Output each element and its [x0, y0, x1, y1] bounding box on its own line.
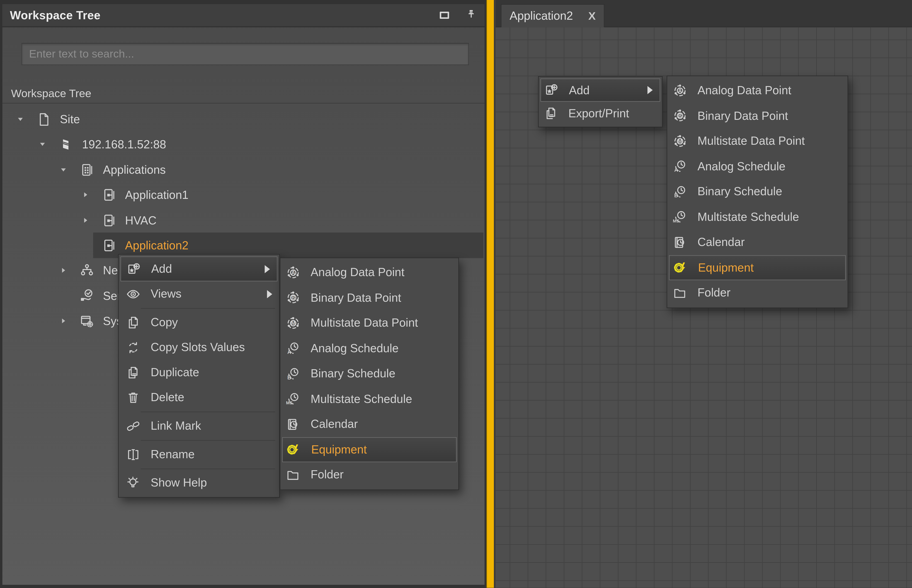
canvas-add-submenu-item-analog-schedule[interactable]: AAnalog Schedule — [667, 154, 848, 179]
tree-item-label: Application2 — [125, 239, 189, 252]
pin-icon[interactable] — [464, 8, 479, 23]
menu-item-label: Multistate Schedule — [697, 210, 842, 224]
tree-add-submenu-item-analog-schedule[interactable]: AAnalog Schedule — [280, 336, 458, 361]
copy-slots-values-icon — [126, 340, 141, 355]
binary-data-point-icon: B — [285, 290, 301, 305]
collapsed-arrow-icon[interactable] — [59, 267, 68, 275]
collapsed-arrow-icon[interactable] — [59, 317, 68, 325]
tree-section-label: Workspace Tree — [11, 87, 91, 100]
expanded-arrow-icon[interactable] — [59, 166, 68, 174]
binary-data-point-icon: B — [672, 108, 688, 123]
tree-item-hvac[interactable]: HVAC — [3, 207, 483, 233]
tab-close-icon[interactable]: X — [588, 10, 596, 22]
analog-schedule-icon: A — [285, 341, 301, 356]
application-icon — [101, 212, 117, 228]
menu-item-label: Folder — [311, 468, 453, 481]
tree-add-submenu-item-binary-data-point[interactable]: BBinary Data Point — [280, 285, 458, 310]
tree-context-menu: AddViewsCopyCopy Slots ValuesDuplicateDe… — [118, 254, 280, 498]
menu-item-label: Show Help — [151, 476, 274, 489]
tree-add-submenu: AAnalog Data Point BBinary Data Point MM… — [280, 257, 459, 490]
menu-separator — [119, 438, 279, 442]
menu-item-label: Copy Slots Values — [151, 341, 274, 354]
tree-item-site[interactable]: Site — [3, 107, 483, 132]
canvas-menu-item-add[interactable]: Add — [540, 79, 660, 102]
collapsed-arrow-icon[interactable] — [81, 216, 89, 225]
menu-item-label: Copy — [151, 316, 274, 329]
canvas-add-submenu-item-analog-data-point[interactable]: AAnalog Data Point — [667, 78, 848, 103]
analog-data-point-icon: A — [285, 265, 301, 280]
tree-menu-item-rename[interactable]: Rename — [119, 442, 279, 467]
tree-menu-item-show-help[interactable]: Show Help — [119, 470, 279, 495]
submenu-arrow-icon — [264, 264, 271, 274]
tree-add-submenu-item-multistate-schedule[interactable]: MSMultistate Schedule — [280, 386, 458, 412]
tree-add-submenu-item-analog-data-point[interactable]: AAnalog Data Point — [280, 260, 458, 285]
multistate-schedule-icon: MS — [672, 210, 688, 225]
canvas-add-submenu-item-calendar[interactable]: Calendar — [667, 230, 848, 255]
menu-item-label: Binary Data Point — [697, 109, 842, 123]
menu-item-label: Delete — [151, 391, 274, 404]
menu-item-label: Link Mark — [151, 419, 274, 433]
canvas-add-submenu-item-equipment[interactable]: Equipment — [669, 255, 846, 280]
tree-menu-item-duplicate[interactable]: Duplicate — [119, 360, 279, 385]
show-help-icon — [126, 475, 141, 490]
canvas-add-submenu: AAnalog Data Point BBinary Data Point MM… — [667, 76, 848, 308]
tab-application2[interactable]: Application2 X — [501, 4, 604, 27]
search-input[interactable] — [21, 43, 469, 65]
collapsed-arrow-icon[interactable] — [81, 191, 89, 199]
tree-item-application1[interactable]: Application1 — [3, 182, 483, 207]
tree-add-submenu-item-folder[interactable]: Folder — [280, 462, 458, 488]
tree-menu-item-copy-slots-values[interactable]: Copy Slots Values — [119, 335, 279, 360]
duplicate-icon — [126, 365, 141, 380]
tree-add-submenu-item-binary-schedule[interactable]: BBinary Schedule — [280, 361, 458, 386]
panel-splitter[interactable] — [486, 0, 496, 588]
menu-item-label: Views — [151, 287, 261, 300]
menu-separator — [119, 410, 279, 414]
menu-item-label: Binary Schedule — [311, 367, 453, 380]
svg-text:MS: MS — [286, 401, 293, 405]
window-restore-icon[interactable] — [437, 8, 452, 23]
binary-schedule-icon: B — [672, 184, 688, 199]
views-icon — [126, 286, 141, 302]
menu-item-label: Equipment — [698, 261, 839, 274]
canvas-add-submenu-item-binary-schedule[interactable]: BBinary Schedule — [667, 179, 848, 205]
divider — [2, 103, 484, 103]
menu-item-label: Analog Data Point — [311, 266, 453, 279]
submenu-arrow-icon — [646, 86, 654, 95]
application-icon — [101, 187, 117, 202]
tree-menu-item-views[interactable]: Views — [119, 281, 279, 306]
tree-add-submenu-item-calendar[interactable]: Calendar — [280, 412, 458, 437]
tree-item-192-168-1-52-88[interactable]: 192.168.1.52:88 — [3, 131, 483, 157]
tree-item-applications[interactable]: Applications — [3, 157, 483, 183]
tree-add-submenu-item-equipment[interactable]: Equipment — [282, 437, 457, 462]
tree-add-submenu-item-multistate-data-point[interactable]: MMultistate Data Point — [280, 310, 458, 336]
tree-menu-item-copy[interactable]: Copy — [119, 310, 279, 335]
menu-item-label: Folder — [697, 286, 842, 299]
canvas-add-submenu-item-multistate-data-point[interactable]: MMultistate Data Point — [667, 128, 848, 154]
analog-schedule-icon: A — [672, 159, 688, 174]
tree-menu-item-add[interactable]: Add — [120, 257, 277, 281]
tree-item-label: 192.168.1.52:88 — [82, 137, 166, 151]
canvas-add-submenu-item-multistate-schedule[interactable]: MSMultistate Schedule — [667, 204, 848, 230]
expanded-arrow-icon[interactable] — [16, 115, 24, 123]
tree-item-label: Applications — [103, 163, 166, 176]
canvas-menu-item-export-print[interactable]: Export/Print — [539, 102, 662, 125]
workspace-tree-panel-header: Workspace Tree — [2, 4, 484, 27]
analog-data-point-icon: A — [672, 83, 688, 98]
expanded-arrow-icon[interactable] — [38, 140, 47, 149]
equipment-icon — [286, 442, 301, 457]
application-window: Workspace Tree Workspace Tree Site192.16… — [0, 0, 912, 588]
equipment-icon — [673, 260, 688, 275]
svg-text:A: A — [674, 167, 678, 173]
menu-item-label: Equipment — [311, 443, 450, 456]
canvas-add-submenu-item-binary-data-point[interactable]: BBinary Data Point — [667, 103, 848, 129]
tree-item-label: Application1 — [125, 188, 189, 201]
tree-item-label: HVAC — [125, 213, 157, 227]
menu-item-label: Binary Data Point — [311, 291, 453, 304]
svg-text:A: A — [291, 270, 295, 275]
tree-menu-item-delete[interactable]: Delete — [119, 385, 279, 410]
svg-text:B: B — [678, 113, 682, 119]
tree-menu-item-link-mark[interactable]: Link Mark — [119, 414, 279, 438]
menu-item-label: Duplicate — [151, 365, 274, 379]
canvas-add-submenu-item-folder[interactable]: Folder — [667, 280, 848, 305]
controller-icon — [58, 136, 74, 152]
